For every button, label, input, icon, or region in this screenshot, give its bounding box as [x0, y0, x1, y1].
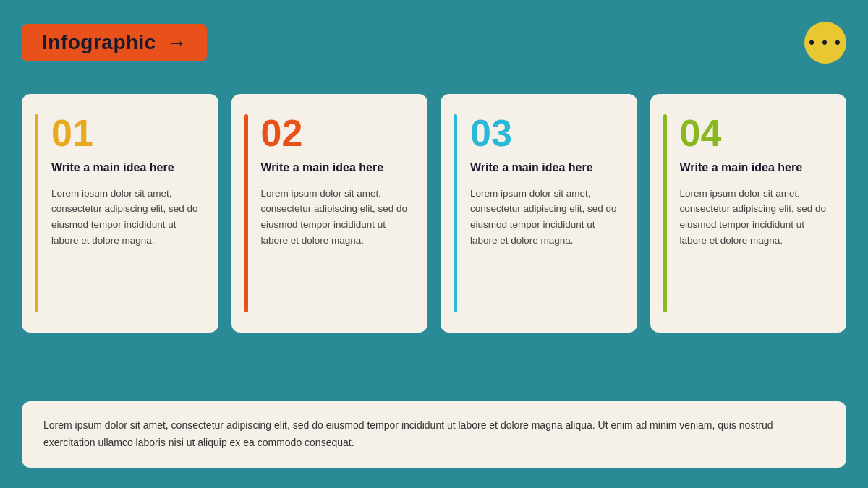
card-2-border [244, 114, 248, 312]
card-1-border [35, 114, 38, 312]
card-2-number: 02 [261, 114, 411, 152]
card-4-border [663, 114, 667, 312]
card-4-body: Lorem ipsum dolor sit amet, consectetur … [680, 186, 830, 248]
footer-text: Lorem ipsum dolor sit amet, consectetur … [43, 417, 825, 452]
card-4-title: Write a main idea here [680, 160, 830, 176]
footer-box: Lorem ipsum dolor sit amet, consectetur … [22, 401, 846, 468]
more-dots-icon: • • • [809, 33, 841, 52]
card-1-content: 01 Write a main idea here Lorem ipsum do… [51, 114, 201, 312]
card-4-content: 04 Write a main idea here Lorem ipsum do… [680, 114, 830, 312]
card-3: 03 Write a main idea here Lorem ipsum do… [441, 94, 637, 333]
card-3-number: 03 [470, 114, 620, 152]
cards-container: 01 Write a main idea here Lorem ipsum do… [22, 94, 846, 333]
card-3-body: Lorem ipsum dolor sit amet, consectetur … [470, 186, 620, 248]
card-2-content: 02 Write a main idea here Lorem ipsum do… [261, 114, 411, 312]
card-1-number: 01 [51, 114, 201, 152]
arrow-icon: → [168, 32, 187, 54]
card-3-title: Write a main idea here [470, 160, 620, 176]
card-1-title: Write a main idea here [51, 160, 201, 176]
card-1-body: Lorem ipsum dolor sit amet, consectetur … [51, 186, 201, 248]
header: Infographic → • • • [22, 22, 846, 64]
card-4: 04 Write a main idea here Lorem ipsum do… [650, 94, 847, 333]
more-button[interactable]: • • • [804, 22, 846, 64]
page-title: Infographic [42, 31, 156, 54]
card-2: 02 Write a main idea here Lorem ipsum do… [231, 94, 428, 333]
card-2-title: Write a main idea here [261, 160, 411, 176]
title-badge: Infographic → [22, 24, 207, 61]
card-1: 01 Write a main idea here Lorem ipsum do… [22, 94, 218, 333]
card-2-body: Lorem ipsum dolor sit amet, consectetur … [261, 186, 411, 248]
card-4-number: 04 [680, 114, 830, 152]
card-3-border [454, 114, 457, 312]
card-3-content: 03 Write a main idea here Lorem ipsum do… [470, 114, 620, 312]
